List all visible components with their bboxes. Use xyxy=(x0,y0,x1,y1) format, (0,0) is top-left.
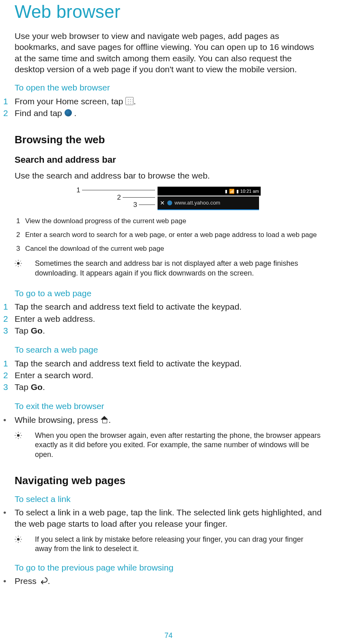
step-text: Tap the search and address text field to… xyxy=(15,358,326,369)
tip-icon xyxy=(15,259,27,269)
address-bar: ✕ www.att.yahoo.com xyxy=(158,196,259,210)
status-bar: ▮ 📶 ▮ 10:21 am xyxy=(158,187,261,196)
legend-text: Cancel the download of the current web p… xyxy=(25,244,326,253)
step-text: Tap the search and address text field to… xyxy=(15,301,326,312)
heading-select-link: To select a link xyxy=(15,493,326,504)
bullet-text: Press . xyxy=(15,575,50,586)
step-text: Enter a search word. xyxy=(15,370,326,381)
tip-text: If you select a link by mistake before r… xyxy=(35,535,322,554)
svg-line-24 xyxy=(20,541,21,542)
legend-number: 1 xyxy=(16,217,25,226)
callout-number: 3 xyxy=(133,200,137,209)
heading-search-bar: Search and address bar xyxy=(15,154,322,166)
bullet-text: To select a link in a web page, tap the … xyxy=(15,507,326,529)
heading-browsing: Browsing the web xyxy=(15,133,322,147)
page-title: Web browser xyxy=(15,0,326,23)
tip: If you select a link by mistake before r… xyxy=(15,535,322,554)
svg-line-14 xyxy=(16,433,17,433)
globe-icon xyxy=(65,109,72,116)
bullet-marker: • xyxy=(3,507,15,529)
svg-line-8 xyxy=(16,265,17,266)
callout-number: 1 xyxy=(76,186,80,195)
svg-point-9 xyxy=(17,434,19,437)
tip: When you open the browser again, even af… xyxy=(15,431,322,459)
svg-point-18 xyxy=(17,538,19,541)
bullet-marker: • xyxy=(3,414,15,425)
legend-text: Enter a search word to search for a web … xyxy=(25,230,326,239)
bullet-text: While browsing, press . xyxy=(15,414,111,425)
tip: Sometimes the search and address bar is … xyxy=(15,259,322,278)
figure-legend: 1View the download progress of the curre… xyxy=(16,217,326,253)
svg-line-23 xyxy=(16,536,17,537)
step-number: 1 xyxy=(3,96,15,107)
legend-text: View the download progress of the curren… xyxy=(25,217,326,226)
figure-address-bar: 1 2 3 ▮ 📶 ▮ 10:21 am ✕ www.att.yahoo.com xyxy=(11,187,326,210)
heading-exit-browser: To exit the web browser xyxy=(15,401,326,411)
home-icon xyxy=(100,416,108,423)
heading-navigating: Navigating web pages xyxy=(15,474,322,488)
legend-number: 3 xyxy=(16,244,25,253)
bullet-marker: • xyxy=(3,575,15,586)
callout-number: 2 xyxy=(117,193,121,202)
svg-line-6 xyxy=(20,265,21,266)
back-icon xyxy=(39,577,48,585)
step-text: Tap Go. xyxy=(15,325,326,336)
tip-icon xyxy=(15,535,27,545)
apps-icon xyxy=(125,97,134,105)
svg-line-7 xyxy=(20,261,21,262)
svg-line-25 xyxy=(20,536,21,537)
svg-line-15 xyxy=(20,437,21,438)
step-number: 3 xyxy=(3,381,15,392)
svg-line-16 xyxy=(20,433,21,433)
close-icon: ✕ xyxy=(160,199,165,207)
page-number: 74 xyxy=(11,631,326,640)
svg-line-17 xyxy=(16,437,17,438)
step-text: Find and tap . xyxy=(15,108,326,118)
step-number: 1 xyxy=(3,301,15,312)
search-bar-desc: Use the search and address bar to browse… xyxy=(15,170,322,181)
legend-number: 2 xyxy=(16,230,25,239)
step-number: 1 xyxy=(3,358,15,369)
status-time: 10:21 am xyxy=(240,188,259,194)
step-number: 2 xyxy=(3,108,15,118)
svg-point-0 xyxy=(17,262,19,265)
tip-icon xyxy=(15,431,27,442)
tip-text: When you open the browser again, even af… xyxy=(35,431,322,459)
step-number: 2 xyxy=(3,313,15,324)
step-number: 2 xyxy=(3,370,15,381)
heading-open-browser: To open the web browser xyxy=(15,82,326,93)
step-text: Tap Go. xyxy=(15,381,326,392)
tip-text: Sometimes the search and address bar is … xyxy=(35,259,322,278)
svg-line-5 xyxy=(16,261,17,262)
globe-icon xyxy=(167,200,172,205)
url-text: www.att.yahoo.com xyxy=(175,200,220,207)
step-text: Enter a web address. xyxy=(15,313,326,324)
heading-search-page: To search a web page xyxy=(15,344,326,355)
intro-paragraph: Use your web browser to view and navigat… xyxy=(15,30,322,75)
heading-go-to-page: To go to a web page xyxy=(15,288,326,299)
step-text: From your Home screen, tap . xyxy=(15,96,326,107)
svg-line-26 xyxy=(16,541,17,542)
heading-previous-page: To go to the previous page while browsin… xyxy=(15,562,326,573)
step-number: 3 xyxy=(3,325,15,336)
